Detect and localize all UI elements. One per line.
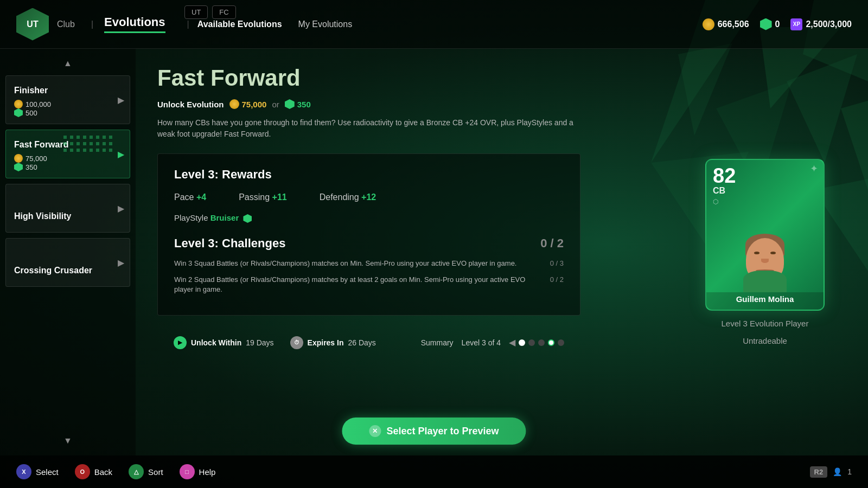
coin-icon: [703, 18, 714, 30]
r2-value: 1: [847, 467, 852, 476]
unlock-coin-icon: [229, 99, 239, 109]
card-position: CB: [713, 186, 736, 196]
unlock-fc-icon: [285, 99, 295, 109]
reward-pace-value: +4: [196, 192, 206, 202]
top-nav: UT FC UT Club | Evolutions | Available E…: [0, 0, 868, 49]
back-label: Back: [94, 467, 112, 477]
challenges-progress: 0 / 2: [540, 236, 564, 251]
head-shirt: [743, 271, 787, 292]
level-dot-2: [528, 339, 535, 346]
sidebar: ▲ ▶ Finisher 100,000 500: [0, 49, 136, 455]
finisher-fc-icon: [14, 108, 23, 117]
sidebar-item-high-visibility[interactable]: ▶ High Visibility: [5, 184, 130, 233]
select-player-button[interactable]: ✕ Select Player to Preview: [342, 418, 526, 445]
reward-defending-value: +12: [361, 192, 376, 202]
finisher-title: Finisher: [14, 86, 122, 95]
rewards-title: Level 3: Rewards: [174, 168, 564, 182]
level-dots: ◀: [509, 337, 564, 348]
card-stats: PAC 76 SHO 36 PAS 72 DRI 59 DEF 90: [706, 306, 824, 311]
challenge-text-1: Win 3 Squad Battles (or Rivals/Champions…: [174, 259, 527, 268]
reward-passing-value: +11: [272, 192, 287, 202]
fc-icon: [760, 18, 772, 30]
r2-badge: R2: [810, 466, 828, 478]
currency-coins: 666,506: [703, 18, 749, 30]
challenge-row-2: Win 2 Squad Battles (or Rivals/Champions…: [174, 275, 564, 294]
control-select: X Select: [16, 464, 59, 479]
reward-defending: Defending +12: [320, 192, 376, 202]
control-back: O Back: [75, 464, 112, 479]
help-label: Help: [199, 467, 216, 477]
select-player-label: Select Player to Preview: [386, 426, 499, 437]
level-prev-arrow[interactable]: ◀: [509, 337, 515, 348]
ut-logo: UT: [16, 8, 49, 41]
stat-pas: PAS 72: [752, 309, 761, 311]
control-help: □ Help: [180, 464, 216, 479]
summary-section: Summary Level 3 of 4 ◀: [421, 337, 564, 348]
sidebar-item-fast-forward[interactable]: ▶ Fast Forward 75,000 350: [5, 130, 130, 178]
fast-forward-arrow-icon: ▶: [118, 149, 124, 159]
control-sort: △ Sort: [129, 464, 163, 479]
evolution-title: Fast Forward: [157, 65, 640, 91]
player-head: [738, 227, 792, 292]
card-top-icon: ✦: [810, 163, 818, 175]
currency-xp: XP 2,500/3,000: [790, 18, 852, 30]
level-dot-3: [538, 339, 545, 346]
sidebar-item-finisher[interactable]: ▶ Finisher 100,000 500: [5, 75, 130, 124]
sidebar-item-crossing-crusader[interactable]: ▶ Crossing Crusader: [5, 238, 130, 287]
scroll-up-arrow[interactable]: ▲: [0, 54, 136, 73]
currency-fc: 0: [760, 18, 780, 30]
finisher-coin-icon: [14, 100, 23, 108]
xp-icon: XP: [790, 18, 802, 30]
challenge-row-1: Win 3 Squad Battles (or Rivals/Champions…: [174, 259, 564, 268]
card-rating: 82: [713, 165, 736, 186]
fast-forward-coin-icon: [14, 154, 23, 163]
stat-def: DEF 90: [787, 309, 796, 311]
player-panel: ✦ 82 CB ⬡: [662, 49, 868, 455]
playstyle-icon: [243, 214, 252, 223]
footer-bar: ▶ Unlock Within 19 Days ⏱ Expires In 26 …: [157, 326, 580, 359]
r2-icon: 👤: [833, 467, 842, 476]
level-dot-1: [519, 339, 525, 346]
control-right: R2 👤 1: [810, 466, 852, 478]
top-icon-fc: FC: [212, 5, 235, 19]
high-visibility-arrow-icon: ▶: [118, 203, 124, 214]
unlock-row: Unlock Evolution 75,000 or 350: [157, 99, 640, 109]
top-icon-ut: UT: [184, 5, 208, 19]
x-button[interactable]: X: [16, 464, 31, 479]
stat-phy: PHY 75: [805, 309, 815, 311]
challenge-text-2: Win 2 Squad Battles (or Rivals/Champions…: [174, 275, 527, 294]
evolution-description: How many CBs have you gone through to fi…: [157, 117, 580, 140]
content-panel: Fast Forward Unlock Evolution 75,000 or …: [136, 49, 662, 455]
playstyle-name: Bruiser: [210, 213, 239, 222]
finisher-fc-cost: 500: [14, 108, 122, 117]
select-label: Select: [36, 467, 59, 477]
card-position-icon: ⬡: [713, 198, 736, 206]
player-card-sublabel: Untradeable: [743, 336, 787, 345]
club-link[interactable]: Club: [57, 20, 75, 29]
stat-dri: DRI 59: [770, 309, 778, 311]
player-photo: [716, 211, 814, 292]
playstyle-row: PlayStyle Bruiser: [174, 213, 564, 223]
sort-label: Sort: [148, 467, 163, 477]
unlock-within: ▶ Unlock Within 19 Days: [174, 336, 274, 349]
triangle-button[interactable]: △: [129, 464, 144, 479]
finisher-arrow-icon: ▶: [118, 95, 124, 105]
fast-forward-fc-icon: [14, 163, 23, 171]
fast-forward-fc-cost: 350: [14, 163, 122, 171]
card-top: 82 CB ⬡: [706, 160, 824, 211]
o-button[interactable]: O: [75, 464, 90, 479]
square-button[interactable]: □: [180, 464, 195, 479]
select-btn-x-icon: ✕: [369, 425, 381, 437]
unlock-within-icon: ▶: [174, 336, 187, 349]
main-content: ▲ ▶ Finisher 100,000 500: [0, 49, 868, 455]
nav-available-evolutions[interactable]: Available Evolutions: [197, 20, 282, 29]
reward-pace: Pace +4: [174, 192, 206, 202]
unlock-coins: 75,000: [229, 99, 267, 109]
crossing-crusader-title: Crossing Crusader: [14, 266, 122, 275]
scroll-down-arrow[interactable]: ▼: [0, 432, 136, 450]
nav-my-evolutions[interactable]: My Evolutions: [298, 20, 353, 29]
expires-in-icon: ⏱: [290, 336, 303, 349]
nav-title: Evolutions: [104, 15, 165, 33]
challenges-title: Level 3: Challenges 0 / 2: [174, 236, 564, 251]
control-bar: X Select O Back △ Sort □ Help R2 👤 1: [0, 455, 868, 488]
